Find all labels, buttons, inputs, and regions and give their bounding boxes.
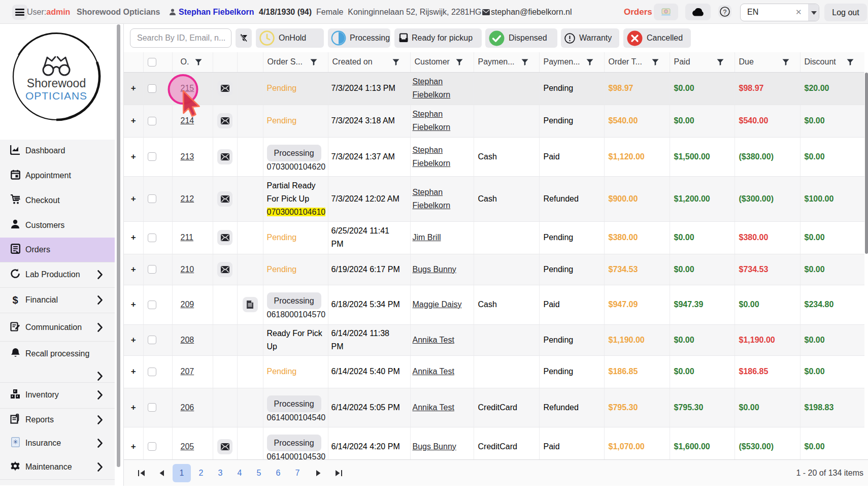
svg-text:OPTICIANS: OPTICIANS	[25, 90, 87, 102]
svg-text:?: ?	[723, 8, 727, 15]
svg-text:Shorewood: Shorewood	[27, 77, 86, 90]
svg-text:✳: ✳	[13, 438, 18, 446]
